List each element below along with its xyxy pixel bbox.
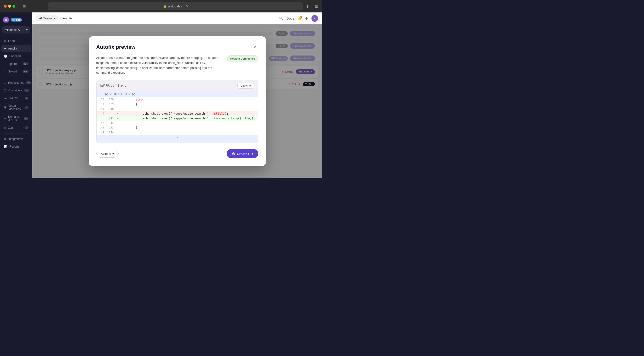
settings-icon[interactable]: ⚙ (305, 16, 308, 20)
app-logo-icon (3, 17, 8, 22)
diff-bottom-row: ⋮ (96, 135, 258, 143)
sidebar-item-snoozed[interactable]: 🕐 Snoozed (2, 53, 31, 60)
share-icon[interactable]: ⬆ (306, 4, 309, 8)
sidebar-item-label: Snoozed (9, 54, 20, 58)
minimize-traffic-light[interactable] (8, 5, 11, 8)
maximize-traffic-light[interactable] (12, 5, 15, 8)
create-pr-label: Create PR (237, 152, 253, 156)
search-icon[interactable]: 🔍 (279, 16, 283, 20)
sidebar-item-autofix[interactable]: ✦ Autofix (2, 45, 31, 52)
main-content: All Teams ▾ › Autofix 🔍 Docs 🔔 1 ⚙ A (32, 12, 322, 178)
traffic-lights (4, 5, 15, 8)
breadcrumb-separator: › (60, 16, 61, 20)
sidebar-toggle-btn[interactable]: ⊞ (21, 3, 28, 9)
diff-header-row: ⋮ @@ -138,7 +138,7 @@ (96, 91, 258, 97)
org-name: Mindmeld AI (5, 28, 20, 31)
content-area: To Do Preview Autofix To Do Preview Auto… (32, 24, 322, 178)
line-num-new: 138 (106, 97, 116, 102)
actions-button[interactable]: Actions ▾ (96, 150, 119, 158)
actions-label: Actions (101, 152, 111, 156)
line-num-new: 140 (106, 107, 116, 111)
diff-line-added: 141 + echo shell_exec("./apps/movie_sear… (96, 116, 258, 121)
sidebar-item-ignored[interactable]: — Ignored 99+ (2, 60, 31, 67)
breadcrumb-current: Autofix (63, 16, 72, 20)
breadcrumb: All Teams ▾ › Autofix (36, 15, 72, 21)
address-bar[interactable]: 🔒 aikido.dev ↻ (48, 2, 303, 10)
sidebar-item-label: Containers (8, 89, 22, 92)
sidebar-item-domains[interactable]: ⊕ Domains & APIs 11 (2, 113, 31, 124)
repo-badge: 49 (26, 81, 31, 84)
sidebar-item-clouds[interactable]: ☁ Clouds 4 (2, 95, 31, 102)
tabs-icon[interactable]: ⊡ (315, 4, 318, 8)
diff-code: } (120, 125, 258, 130)
chevron-down-icon: ▾ (26, 28, 28, 31)
user-avatar[interactable]: A (312, 15, 318, 22)
sidebar-item-integrations[interactable]: ⚙ Integrations (2, 135, 31, 143)
refresh-icon[interactable]: ↻ (186, 4, 188, 8)
sidebar-item-label: Zen (8, 126, 13, 129)
ignored-icon: — (4, 62, 7, 66)
diff-line-removed: 141 - echo shell_exec("./apps/movie_sear… (96, 111, 258, 116)
code-block: bWAPP/bof_1.php Copy Fix ⋮ @@ -138,7 +13… (96, 80, 258, 143)
docs-label[interactable]: Docs (286, 16, 294, 20)
org-selector[interactable]: Mindmeld AI ▾ (2, 26, 30, 33)
sidebar-item-zen[interactable]: ◈ Zen 7 (2, 124, 31, 131)
sidebar: Pro plan Mindmeld AI ▾ ⊙ Feed ✦ Autofix … (0, 12, 32, 178)
containers-badge: 10 (24, 89, 29, 92)
sidebar-item-feed[interactable]: ⊙ Feed (2, 37, 31, 44)
line-num-old: 141 (96, 111, 106, 116)
confidence-badge: Medium Confidence (227, 55, 258, 62)
all-teams-button[interactable]: All Teams ▾ (36, 15, 58, 21)
reports-icon: 📊 (4, 145, 8, 148)
sidebar-item-label: Domains & APIs (8, 115, 22, 122)
sidebar-item-solved[interactable]: ✓ Solved 99+ (2, 68, 31, 75)
feed-icon: ⊙ (4, 39, 6, 43)
sidebar-item-repositories[interactable]: ⊟ Repositories 49 (2, 79, 31, 86)
sidebar-item-label: Reports (9, 145, 20, 148)
new-tab-icon[interactable]: + (311, 4, 313, 8)
browser-controls: ⊞ ‹ › (21, 3, 45, 9)
create-pr-button[interactable]: ⊙ Create PR (227, 149, 258, 158)
browser-right: ⬆ + ⊡ (306, 4, 318, 8)
all-teams-label: All Teams (39, 16, 52, 20)
zen-badge: 7 (25, 126, 28, 129)
repo-icon: ⊟ (4, 81, 6, 84)
diff-line: 139 139 { (96, 102, 258, 107)
diff-code-added: echo shell_exec("./apps/movie_search " .… (120, 116, 258, 121)
diff-line: 138 138 else (96, 97, 258, 102)
notifications-button[interactable]: 🔔 1 (298, 16, 302, 20)
domains-icon: ⊕ (4, 117, 6, 120)
forward-btn[interactable]: › (38, 3, 45, 9)
diff-code (120, 121, 258, 125)
sidebar-item-label: Virtual Machines (8, 104, 23, 111)
back-btn[interactable]: ‹ (30, 3, 36, 9)
diff-code (120, 130, 258, 135)
copy-fix-button[interactable]: Copy Fix (238, 83, 254, 89)
line-num-new: 144 (106, 130, 116, 135)
sidebar-item-reports[interactable]: 📊 Reports (2, 143, 31, 150)
sidebar-nav: ⊙ Feed ✦ Autofix 🕐 Snoozed — Ignored 99+… (0, 37, 32, 175)
modal-header: Autofix preview ✕ (96, 44, 258, 51)
sidebar-item-label: Clouds (8, 96, 18, 100)
code-header: bWAPP/bof_1.php Copy Fix (96, 80, 258, 91)
autofix-icon: ✦ (4, 47, 6, 50)
diff-code: else (120, 97, 258, 102)
line-num-new: 141 (106, 116, 116, 121)
sidebar-item-containers[interactable]: ◫ Containers 10 (2, 87, 31, 94)
modal-close-button[interactable]: ✕ (252, 44, 258, 51)
app-container: Pro plan Mindmeld AI ▾ ⊙ Feed ✦ Autofix … (0, 12, 322, 178)
clouds-icon: ☁ (4, 96, 7, 100)
diff-code: { (120, 102, 258, 107)
chevron-down-icon: ▾ (54, 16, 55, 20)
line-num-old: 144 (96, 130, 106, 135)
github-icon: ⊙ (232, 152, 235, 156)
code-filename: bWAPP/bof_1.php (100, 84, 126, 87)
diff-range: @@ -138,7 +138,7 @@ (105, 93, 135, 96)
sidebar-item-vms[interactable]: ▣ Virtual Machines 1 (2, 102, 31, 113)
description-text: Aikido Sensei used AI to generate this p… (96, 55, 223, 75)
line-num-old: 142 (96, 121, 106, 125)
ignored-badge: 99+ (22, 62, 28, 65)
close-traffic-light[interactable] (4, 5, 7, 8)
diff-line: 143 143 } (96, 125, 258, 130)
line-num-new (106, 111, 116, 116)
